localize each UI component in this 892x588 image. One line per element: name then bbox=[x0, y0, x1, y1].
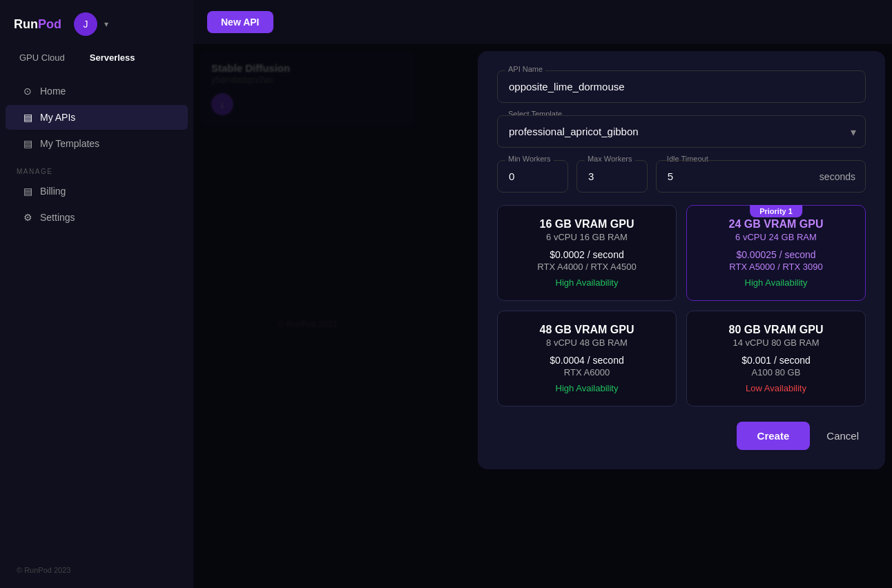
idle-timeout-input[interactable] bbox=[657, 161, 810, 192]
gpu-card-cpu-ram: 6 vCPU 24 GB RAM bbox=[699, 232, 853, 242]
sidebar: RunPod J ▾ GPU Cloud Serverless ⊙ Home ▤… bbox=[0, 0, 193, 588]
max-workers-label: Max Workers bbox=[585, 155, 635, 163]
gpu-card-gpus: RTX A6000 bbox=[510, 367, 663, 378]
sidebar-item-label-my-apis: My APIs bbox=[40, 112, 75, 123]
gpu-card-gpus: A100 80 GB bbox=[699, 367, 853, 378]
idle-timeout-field-group: Idle Timeout seconds bbox=[656, 160, 866, 193]
api-name-label: API Name bbox=[505, 65, 545, 73]
tab-serverless[interactable]: Serverless bbox=[79, 48, 146, 67]
new-api-button[interactable]: New API bbox=[207, 11, 273, 33]
sidebar-item-my-apis[interactable]: ▤ My APIs bbox=[6, 105, 188, 130]
api-name-field-group: API Name bbox=[497, 70, 866, 103]
gpu-card-16gb[interactable]: 16 GB VRAM GPU6 vCPU 16 GB RAM$0.0002 / … bbox=[497, 205, 677, 301]
modal: API Name Select Template professional_ap… bbox=[478, 51, 885, 469]
logo-pod: Pod bbox=[38, 17, 61, 31]
sidebar-item-settings[interactable]: ⚙ Settings bbox=[6, 205, 188, 230]
main-content: New API Stable Diffusion y5drntbtdqcv2wc… bbox=[193, 0, 892, 588]
min-workers-input[interactable] bbox=[497, 160, 568, 193]
topbar: New API bbox=[193, 0, 892, 44]
sidebar-item-label-settings: Settings bbox=[40, 212, 75, 223]
gpu-card-48gb[interactable]: 48 GB VRAM GPU8 vCPU 48 GB RAM$0.0004 / … bbox=[497, 311, 677, 406]
billing-icon: ▤ bbox=[22, 186, 33, 197]
select-template-wrapper: professional_apricot_gibbon ▾ bbox=[497, 115, 866, 148]
workers-row: Min Workers Max Workers Idle Timeout sec… bbox=[497, 160, 866, 193]
sidebar-item-my-templates[interactable]: ▤ My Templates bbox=[6, 131, 188, 156]
gpu-card-title: 16 GB VRAM GPU bbox=[510, 218, 663, 231]
sidebar-item-label-billing: Billing bbox=[40, 186, 66, 197]
max-workers-input[interactable] bbox=[576, 160, 648, 193]
logo-text: RunPod bbox=[14, 17, 61, 32]
logo: RunPod bbox=[14, 17, 61, 32]
modal-overlay: API Name Select Template professional_ap… bbox=[193, 44, 892, 588]
select-template-dropdown[interactable]: professional_apricot_gibbon bbox=[497, 115, 866, 148]
gpu-card-availability: High Availability bbox=[699, 277, 853, 288]
sidebar-header: RunPod J ▾ bbox=[0, 0, 193, 48]
sidebar-item-label-my-templates: My Templates bbox=[40, 138, 99, 149]
create-button[interactable]: Create bbox=[737, 422, 811, 450]
home-icon: ⊙ bbox=[22, 86, 33, 97]
sidebar-item-billing[interactable]: ▤ Billing bbox=[6, 179, 188, 204]
gpu-card-cpu-ram: 8 vCPU 48 GB RAM bbox=[510, 337, 663, 348]
dropdown-arrow-icon[interactable]: ▾ bbox=[104, 19, 108, 29]
manage-section-label: MANAGE bbox=[0, 162, 193, 178]
gpu-card-cpu-ram: 6 vCPU 16 GB RAM bbox=[510, 232, 663, 242]
gpu-card-availability: High Availability bbox=[510, 383, 663, 393]
gpu-cards-grid: 16 GB VRAM GPU6 vCPU 16 GB RAM$0.0002 / … bbox=[497, 205, 866, 406]
avatar-button[interactable]: J bbox=[74, 12, 97, 36]
gpu-card-80gb[interactable]: 80 GB VRAM GPU14 vCPU 80 GB RAM$0.001 / … bbox=[686, 311, 866, 406]
sidebar-item-home[interactable]: ⊙ Home bbox=[6, 79, 188, 104]
action-row: Create Cancel bbox=[497, 422, 866, 450]
logo-run: Run bbox=[14, 17, 38, 31]
gpu-card-availability: High Availability bbox=[510, 277, 663, 288]
min-workers-field-group: Min Workers bbox=[497, 160, 568, 193]
gpu-card-cpu-ram: 14 vCPU 80 GB RAM bbox=[699, 337, 853, 348]
idle-timeout-suffix: seconds bbox=[810, 171, 865, 182]
content-area: Stable Diffusion y5drntbtdqcv2wc ↓ © Run… bbox=[193, 44, 892, 588]
tab-gpu-cloud[interactable]: GPU Cloud bbox=[8, 48, 76, 67]
gpu-card-price: $0.0002 / second bbox=[510, 249, 663, 260]
sidebar-item-label-home: Home bbox=[40, 86, 66, 97]
gpu-card-24gb[interactable]: Priority 124 GB VRAM GPU6 vCPU 24 GB RAM… bbox=[686, 205, 866, 301]
gpu-card-availability: Low Availability bbox=[699, 383, 853, 393]
gpu-card-price: $0.00025 / second bbox=[699, 249, 853, 260]
gpu-card-title: 48 GB VRAM GPU bbox=[510, 324, 663, 336]
idle-timeout-field: seconds bbox=[656, 160, 866, 193]
gpu-card-title: 80 GB VRAM GPU bbox=[699, 324, 853, 336]
apis-icon: ▤ bbox=[22, 112, 33, 123]
gpu-card-price: $0.001 / second bbox=[699, 355, 853, 366]
min-workers-label: Min Workers bbox=[505, 155, 554, 163]
templates-icon: ▤ bbox=[22, 138, 33, 149]
max-workers-field-group: Max Workers bbox=[576, 160, 648, 193]
copyright: © RunPod 2023 bbox=[0, 552, 193, 588]
cancel-button[interactable]: Cancel bbox=[820, 422, 866, 450]
gpu-card-gpus: RTX A4000 / RTX A4500 bbox=[510, 262, 663, 272]
gpu-card-price: $0.0004 / second bbox=[510, 355, 663, 366]
settings-icon: ⚙ bbox=[22, 212, 33, 223]
select-template-field-group: Select Template professional_apricot_gib… bbox=[497, 115, 866, 148]
nav-tabs: GPU Cloud Serverless bbox=[0, 48, 193, 67]
priority-badge: Priority 1 bbox=[750, 205, 802, 217]
api-name-input[interactable] bbox=[497, 70, 866, 103]
gpu-card-gpus: RTX A5000 / RTX 3090 bbox=[699, 262, 853, 272]
gpu-card-title: 24 GB VRAM GPU bbox=[699, 218, 853, 231]
